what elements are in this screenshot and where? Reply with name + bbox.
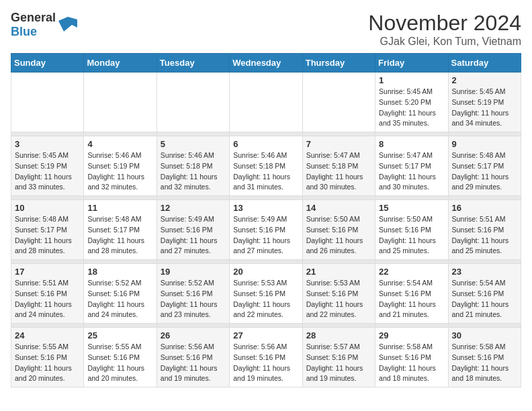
day-info: Sunrise: 5:47 AMSunset: 5:18 PMDaylight:… (306, 150, 371, 193)
logo-general-text: General (11, 11, 56, 24)
day-info: Sunrise: 5:53 AMSunset: 5:16 PMDaylight:… (306, 278, 371, 320)
day-info: Sunrise: 5:50 AMSunset: 5:16 PMDaylight:… (306, 214, 371, 257)
calendar-cell: 6Sunrise: 5:46 AMSunset: 5:18 PMDaylight… (230, 136, 302, 196)
day-info: Sunrise: 5:56 AMSunset: 5:16 PMDaylight:… (233, 342, 298, 384)
page-header: General Blue November 2024 GJak Glei, Ko… (11, 11, 521, 48)
weekday-header-friday: Friday (375, 54, 448, 73)
calendar-cell: 22Sunrise: 5:54 AMSunset: 5:16 PMDayligh… (375, 264, 448, 324)
calendar-cell: 8Sunrise: 5:47 AMSunset: 5:17 PMDaylight… (375, 136, 448, 196)
day-info: Sunrise: 5:45 AMSunset: 5:20 PMDaylight:… (379, 87, 444, 129)
day-number: 13 (233, 203, 298, 213)
day-info: Sunrise: 5:49 AMSunset: 5:16 PMDaylight:… (233, 214, 298, 257)
calendar-cell: 1Sunrise: 5:45 AMSunset: 5:20 PMDaylight… (375, 73, 448, 132)
day-info: Sunrise: 5:55 AMSunset: 5:16 PMDaylight:… (15, 342, 80, 384)
day-number: 4 (87, 139, 152, 149)
calendar-cell (84, 73, 157, 132)
calendar-cell: 15Sunrise: 5:50 AMSunset: 5:16 PMDayligh… (375, 200, 448, 260)
calendar-cell: 12Sunrise: 5:49 AMSunset: 5:16 PMDayligh… (157, 200, 229, 260)
calendar-cell: 2Sunrise: 5:45 AMSunset: 5:19 PMDaylight… (448, 73, 521, 132)
day-number: 9 (452, 139, 517, 149)
calendar-cell: 17Sunrise: 5:51 AMSunset: 5:16 PMDayligh… (11, 264, 84, 324)
day-info: Sunrise: 5:58 AMSunset: 5:16 PMDaylight:… (452, 342, 517, 384)
day-info: Sunrise: 5:54 AMSunset: 5:16 PMDaylight:… (452, 278, 517, 320)
day-number: 17 (15, 267, 80, 277)
day-number: 3 (15, 139, 80, 149)
day-number: 18 (87, 267, 152, 277)
title-area: November 2024 GJak Glei, Kon Tum, Vietna… (368, 11, 521, 48)
calendar-week-3: 10Sunrise: 5:48 AMSunset: 5:17 PMDayligh… (11, 200, 521, 260)
day-number: 8 (379, 139, 444, 149)
calendar-cell: 24Sunrise: 5:55 AMSunset: 5:16 PMDayligh… (11, 328, 84, 387)
day-info: Sunrise: 5:50 AMSunset: 5:16 PMDaylight:… (379, 214, 444, 257)
logo-icon (58, 15, 77, 34)
day-info: Sunrise: 5:45 AMSunset: 5:19 PMDaylight:… (452, 87, 517, 129)
calendar-header-row: SundayMondayTuesdayWednesdayThursdayFrid… (11, 54, 521, 73)
day-number: 12 (161, 203, 226, 213)
day-number: 27 (233, 330, 298, 340)
calendar-cell: 7Sunrise: 5:47 AMSunset: 5:18 PMDaylight… (302, 136, 375, 196)
day-info: Sunrise: 5:54 AMSunset: 5:16 PMDaylight:… (379, 278, 444, 320)
day-number: 5 (161, 139, 226, 149)
day-info: Sunrise: 5:51 AMSunset: 5:16 PMDaylight:… (452, 214, 517, 257)
calendar-cell: 5Sunrise: 5:46 AMSunset: 5:18 PMDaylight… (157, 136, 229, 196)
calendar-cell: 10Sunrise: 5:48 AMSunset: 5:17 PMDayligh… (11, 200, 84, 260)
location-title: GJak Glei, Kon Tum, Vietnam (368, 36, 521, 48)
calendar-cell: 11Sunrise: 5:48 AMSunset: 5:17 PMDayligh… (84, 200, 157, 260)
calendar-cell: 25Sunrise: 5:55 AMSunset: 5:16 PMDayligh… (84, 328, 157, 387)
calendar-cell: 28Sunrise: 5:57 AMSunset: 5:16 PMDayligh… (302, 328, 375, 387)
day-number: 11 (87, 203, 152, 213)
logo: General Blue (11, 11, 77, 39)
calendar-cell: 9Sunrise: 5:48 AMSunset: 5:17 PMDaylight… (448, 136, 521, 196)
weekday-header-tuesday: Tuesday (157, 54, 229, 73)
day-info: Sunrise: 5:51 AMSunset: 5:16 PMDaylight:… (15, 278, 80, 320)
day-number: 25 (87, 330, 152, 340)
day-number: 1 (379, 75, 444, 85)
weekday-header-sunday: Sunday (11, 54, 84, 73)
svg-marker-0 (58, 17, 77, 32)
weekday-header-wednesday: Wednesday (230, 54, 302, 73)
calendar-cell: 14Sunrise: 5:50 AMSunset: 5:16 PMDayligh… (302, 200, 375, 260)
day-info: Sunrise: 5:48 AMSunset: 5:17 PMDaylight:… (87, 214, 152, 257)
day-info: Sunrise: 5:47 AMSunset: 5:17 PMDaylight:… (379, 150, 444, 193)
calendar-cell: 16Sunrise: 5:51 AMSunset: 5:16 PMDayligh… (448, 200, 521, 260)
calendar-cell: 3Sunrise: 5:45 AMSunset: 5:19 PMDaylight… (11, 136, 84, 196)
day-info: Sunrise: 5:48 AMSunset: 5:17 PMDaylight:… (15, 214, 80, 257)
day-number: 22 (379, 267, 444, 277)
day-info: Sunrise: 5:49 AMSunset: 5:16 PMDaylight:… (161, 214, 226, 257)
calendar-cell (11, 73, 84, 132)
day-info: Sunrise: 5:46 AMSunset: 5:18 PMDaylight:… (161, 150, 226, 193)
calendar-cell: 19Sunrise: 5:52 AMSunset: 5:16 PMDayligh… (157, 264, 229, 324)
calendar-table: SundayMondayTuesdayWednesdayThursdayFrid… (11, 53, 521, 387)
day-info: Sunrise: 5:53 AMSunset: 5:16 PMDaylight:… (233, 278, 298, 320)
weekday-header-saturday: Saturday (448, 54, 521, 73)
day-info: Sunrise: 5:45 AMSunset: 5:19 PMDaylight:… (15, 150, 80, 193)
weekday-header-thursday: Thursday (302, 54, 375, 73)
logo-blue-text: Blue (11, 25, 37, 38)
calendar-week-1: 1Sunrise: 5:45 AMSunset: 5:20 PMDaylight… (11, 73, 521, 132)
day-number: 16 (452, 203, 517, 213)
day-info: Sunrise: 5:57 AMSunset: 5:16 PMDaylight:… (306, 342, 371, 384)
day-info: Sunrise: 5:52 AMSunset: 5:16 PMDaylight:… (161, 278, 226, 320)
day-info: Sunrise: 5:46 AMSunset: 5:19 PMDaylight:… (87, 150, 152, 193)
day-info: Sunrise: 5:52 AMSunset: 5:16 PMDaylight:… (87, 278, 152, 320)
day-number: 14 (306, 203, 371, 213)
calendar-week-2: 3Sunrise: 5:45 AMSunset: 5:19 PMDaylight… (11, 136, 521, 196)
day-number: 29 (379, 330, 444, 340)
calendar-cell: 13Sunrise: 5:49 AMSunset: 5:16 PMDayligh… (230, 200, 302, 260)
day-number: 19 (161, 267, 226, 277)
day-number: 10 (15, 203, 80, 213)
day-info: Sunrise: 5:48 AMSunset: 5:17 PMDaylight:… (452, 150, 517, 193)
weekday-header-monday: Monday (84, 54, 157, 73)
day-number: 20 (233, 267, 298, 277)
month-title: November 2024 (368, 11, 521, 36)
calendar-cell: 26Sunrise: 5:56 AMSunset: 5:16 PMDayligh… (157, 328, 229, 387)
calendar-cell: 23Sunrise: 5:54 AMSunset: 5:16 PMDayligh… (448, 264, 521, 324)
calendar-week-4: 17Sunrise: 5:51 AMSunset: 5:16 PMDayligh… (11, 264, 521, 324)
calendar-cell: 30Sunrise: 5:58 AMSunset: 5:16 PMDayligh… (448, 328, 521, 387)
day-info: Sunrise: 5:46 AMSunset: 5:18 PMDaylight:… (233, 150, 298, 193)
day-number: 2 (452, 75, 517, 85)
day-number: 21 (306, 267, 371, 277)
day-number: 15 (379, 203, 444, 213)
calendar-cell: 4Sunrise: 5:46 AMSunset: 5:19 PMDaylight… (84, 136, 157, 196)
calendar-cell: 29Sunrise: 5:58 AMSunset: 5:16 PMDayligh… (375, 328, 448, 387)
